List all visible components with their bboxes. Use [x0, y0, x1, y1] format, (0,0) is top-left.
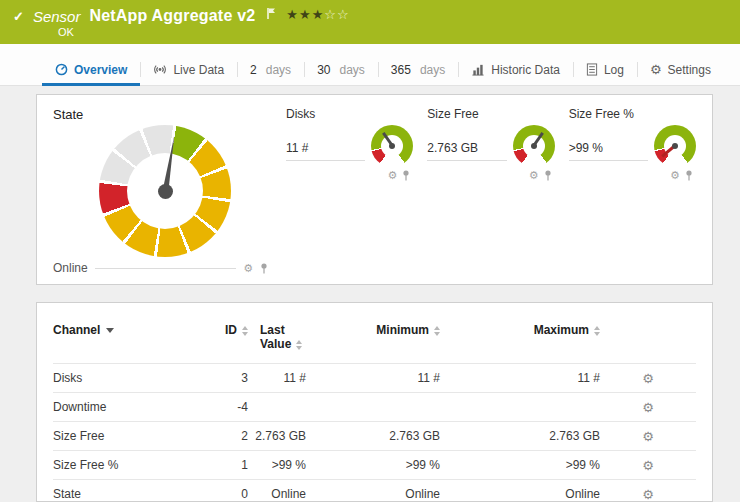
col-header-id[interactable]: ID — [193, 319, 248, 364]
table-row: Size Free % 1 >99 % >99 % >99 % ⚙ — [53, 451, 696, 480]
channel-id: 2 — [193, 422, 248, 451]
channel-settings-icon[interactable]: ⚙ — [642, 429, 654, 444]
col-header-minimum[interactable]: Minimum — [306, 319, 440, 364]
col-header-label: Last Value — [260, 323, 291, 351]
priority-flag-icon[interactable] — [266, 7, 277, 20]
mini-gauge-value: 2.763 GB — [427, 125, 506, 161]
channel-id: -4 — [193, 393, 248, 422]
channel-minimum — [306, 393, 440, 422]
channel-name[interactable]: Size Free — [53, 422, 193, 451]
pin-icon[interactable] — [544, 170, 552, 181]
stars-empty-icon: ☆☆ — [324, 7, 349, 22]
historic-data-chart-icon — [471, 63, 485, 76]
channel-last-value: 2.763 GB — [248, 422, 306, 451]
table-row: Disks 3 11 # 11 # 11 # ⚙ — [53, 364, 696, 393]
tab-label: Log — [604, 63, 624, 77]
status-ok-check-icon: ✓ — [13, 10, 24, 23]
mini-gauge-value: >99 % — [569, 125, 648, 161]
mini-gauge-label: Size Free % — [569, 107, 696, 121]
tab-label: Settings — [668, 63, 711, 77]
mini-gauge-size-free: Size Free 2.763 GB ⚙ — [427, 107, 554, 181]
channel-settings-icon[interactable]: ⚙ — [642, 400, 654, 415]
mini-gauge[interactable] — [654, 125, 696, 167]
channel-maximum: >99 % — [440, 451, 600, 480]
tab-settings[interactable]: ⚙ Settings — [637, 56, 724, 86]
tab-365-days[interactable]: 365days — [378, 56, 458, 86]
channel-settings-icon[interactable]: ⚙ — [642, 458, 654, 473]
channel-gear-icon[interactable]: ⚙ — [670, 170, 680, 181]
sort-icon — [594, 326, 600, 336]
live-data-icon — [153, 63, 167, 76]
mini-gauge-disks: Disks 11 # ⚙ — [286, 107, 413, 181]
channel-name[interactable]: State — [53, 480, 193, 502]
tab-overview[interactable]: Overview — [42, 56, 140, 86]
mini-gauge[interactable] — [371, 125, 413, 167]
tab-historic-data[interactable]: Historic Data — [458, 56, 573, 86]
state-gauge[interactable] — [99, 125, 231, 257]
channel-settings-icon[interactable]: ⚙ — [642, 371, 654, 386]
channel-name[interactable]: Size Free % — [53, 451, 193, 480]
object-kind-label: Sensor — [33, 8, 81, 25]
stars-filled-icon: ★★★ — [286, 7, 324, 22]
overview-gauge-icon — [55, 63, 68, 76]
tab-unit: days — [266, 63, 291, 77]
status-badge: OK — [58, 26, 740, 38]
settings-gear-icon: ⚙ — [650, 63, 662, 76]
col-header-last-value[interactable]: Last Value — [248, 319, 306, 364]
col-header-maximum[interactable]: Maximum — [440, 319, 600, 364]
channel-id: 3 — [193, 364, 248, 393]
tab-label: 365 — [391, 63, 411, 77]
sort-icon — [242, 326, 248, 336]
channel-last-value — [248, 393, 306, 422]
priority-stars[interactable]: ★★★☆☆ — [286, 7, 349, 22]
channel-gear-icon[interactable]: ⚙ — [387, 170, 397, 181]
table-row: Size Free 2 2.763 GB 2.763 GB 2.763 GB ⚙ — [53, 422, 696, 451]
channel-minimum: 11 # — [306, 364, 440, 393]
tab-live-data[interactable]: Live Data — [140, 56, 237, 86]
channel-last-value: 11 # — [248, 364, 306, 393]
channel-maximum: 11 # — [440, 364, 600, 393]
tab-label: Historic Data — [491, 63, 560, 77]
channel-name[interactable]: Disks — [53, 364, 193, 393]
mini-gauges-row: Disks 11 # ⚙ Size Free — [268, 107, 696, 276]
col-header-actions — [600, 319, 696, 364]
tab-unit: days — [339, 63, 364, 77]
channel-last-value: >99 % — [248, 451, 306, 480]
mini-gauge-label: Size Free — [427, 107, 554, 121]
sort-icon — [434, 326, 440, 336]
state-gauge-label: State — [53, 107, 268, 122]
sort-icon — [296, 340, 302, 350]
channel-gear-icon[interactable]: ⚙ — [529, 170, 539, 181]
tab-log[interactable]: Log — [573, 56, 637, 86]
tab-30-days[interactable]: 30days — [304, 56, 378, 86]
pin-icon[interactable] — [685, 170, 693, 181]
page-title: NetApp Aggregate v2 — [89, 7, 255, 25]
pin-icon[interactable] — [402, 170, 410, 181]
dropdown-caret-icon — [106, 328, 114, 333]
content-area: State Online ⚙ Disks 11 # — [0, 86, 740, 502]
tab-label: 30 — [317, 63, 330, 77]
gauge-hub — [531, 143, 537, 149]
col-header-label: ID — [225, 323, 237, 337]
gauge-hub — [158, 184, 173, 199]
mini-gauge-label: Disks — [286, 107, 413, 121]
channels-table-panel: Channel ID Last Value Minimum Maximum — [36, 302, 713, 502]
divider — [95, 268, 236, 269]
channel-gear-icon[interactable]: ⚙ — [243, 263, 253, 274]
sensor-header: ✓ Sensor NetApp Aggregate v2 ★★★☆☆ OK — [0, 0, 740, 44]
col-header-channel[interactable]: Channel — [53, 319, 193, 364]
mini-gauge-size-free-pct: Size Free % >99 % ⚙ — [569, 107, 696, 181]
channel-minimum: >99 % — [306, 451, 440, 480]
tab-label: 2 — [250, 63, 257, 77]
pin-icon[interactable] — [260, 263, 268, 274]
table-header-row: Channel ID Last Value Minimum Maximum — [53, 319, 696, 364]
mini-gauge[interactable] — [513, 125, 555, 167]
channel-minimum: 2.763 GB — [306, 422, 440, 451]
channel-settings-icon[interactable]: ⚙ — [642, 487, 654, 502]
channel-name[interactable]: Downtime — [53, 393, 193, 422]
tab-unit: days — [420, 63, 445, 77]
tab-bar: Overview Live Data 2days 30days 365days — [0, 44, 740, 86]
tab-label: Overview — [74, 63, 127, 77]
channel-maximum: Online — [440, 480, 600, 502]
tab-2-days[interactable]: 2days — [237, 56, 304, 86]
